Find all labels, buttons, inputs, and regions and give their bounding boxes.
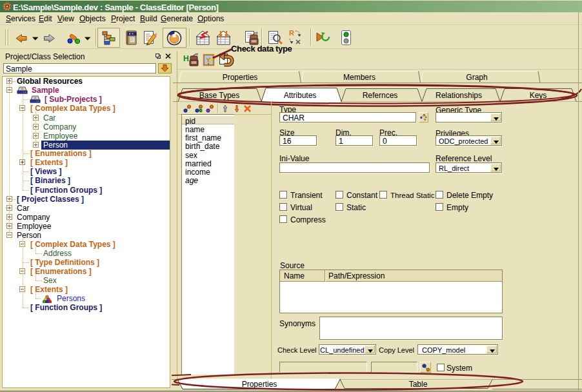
svg-text:Graph: Graph — [466, 73, 487, 82]
svg-text:R: R — [289, 29, 294, 37]
svg-text:H: H — [183, 54, 189, 63]
svg-text:Refernces: Refernces — [363, 91, 398, 100]
svg-text:Relationships: Relationships — [436, 91, 482, 100]
svg-text:Table: Table — [409, 380, 428, 389]
svg-text:Attributes: Attributes — [284, 91, 317, 100]
svg-text:Properties: Properties — [223, 73, 258, 82]
svg-text:Members: Members — [343, 73, 376, 82]
